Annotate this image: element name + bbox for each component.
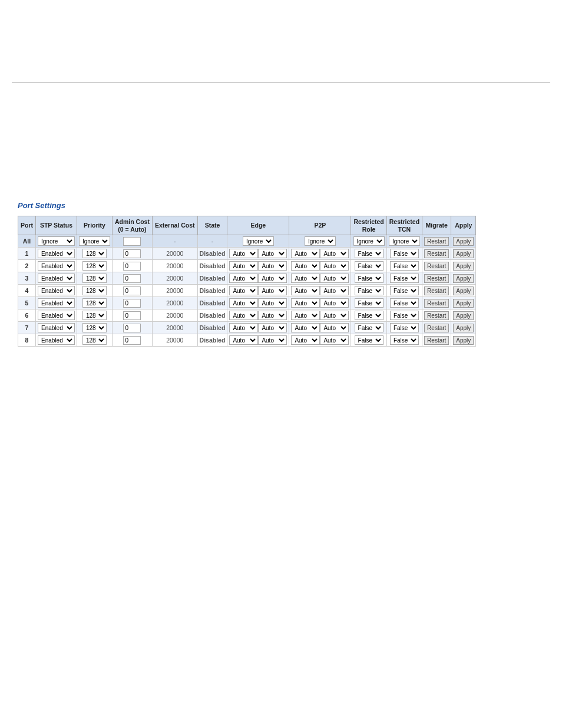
priority-cell[interactable]: 128643216 bbox=[77, 260, 113, 272]
p2p-select-left[interactable]: AutoTrueFalse bbox=[291, 274, 320, 283]
edge-select-right[interactable]: AutoTrueFalse bbox=[258, 274, 287, 283]
priority-cell[interactable]: 128643216 bbox=[77, 297, 113, 309]
restart-button[interactable]: Restart bbox=[424, 324, 449, 332]
restricted-role-cell[interactable]: FalseTrue bbox=[351, 297, 386, 309]
restricted-role-cell[interactable]: FalseTrue bbox=[351, 285, 386, 297]
edge-select-right[interactable]: AutoTrueFalse bbox=[258, 298, 287, 308]
edge-select-left[interactable]: AutoTrueFalse bbox=[229, 323, 258, 332]
admin-cost-input[interactable] bbox=[123, 249, 141, 258]
stp-status-select[interactable]: EnabledDisabled bbox=[38, 298, 75, 308]
restricted-tcn-cell[interactable]: FalseTrue bbox=[386, 272, 422, 285]
all-restricted-role-select[interactable]: Ignore False True bbox=[353, 236, 385, 246]
all-stp-status[interactable]: Ignore Enabled Disabled bbox=[36, 235, 77, 248]
restricted-tcn-cell[interactable]: FalseTrue bbox=[386, 285, 422, 297]
edge-select-right[interactable]: AutoTrueFalse bbox=[258, 311, 287, 320]
restricted-role-cell[interactable]: FalseTrue bbox=[351, 309, 386, 322]
all-restart-button[interactable]: Restart bbox=[424, 237, 449, 246]
admin-cost-input[interactable] bbox=[123, 324, 141, 332]
restricted-role-cell[interactable]: FalseTrue bbox=[351, 260, 386, 272]
edge-select-right[interactable]: AutoTrueFalse bbox=[258, 286, 287, 295]
stp-status-cell[interactable]: EnabledDisabled bbox=[36, 309, 77, 322]
p2p-cell[interactable]: AutoTrueFalseAutoTrueFalse bbox=[289, 260, 351, 272]
edge-select-left[interactable]: AutoTrueFalse bbox=[229, 249, 258, 258]
edge-cell[interactable]: AutoTrueFalseAutoTrueFalse bbox=[227, 285, 289, 297]
all-admin-cost-input[interactable] bbox=[123, 237, 141, 246]
restricted-role-cell[interactable]: FalseTrue bbox=[351, 334, 386, 347]
restart-btn-cell[interactable]: Restart bbox=[422, 309, 451, 322]
restricted-tcn-cell[interactable]: FalseTrue bbox=[386, 309, 422, 322]
apply-button[interactable]: Apply bbox=[453, 286, 474, 295]
edge-select-left[interactable]: AutoTrueFalse bbox=[229, 286, 258, 295]
restart-button[interactable]: Restart bbox=[424, 299, 449, 308]
edge-select-left[interactable]: AutoTrueFalse bbox=[229, 335, 258, 345]
apply-button[interactable]: Apply bbox=[453, 249, 474, 258]
restricted-tcn-cell[interactable]: FalseTrue bbox=[386, 260, 422, 272]
restricted-tcn-cell[interactable]: FalseTrue bbox=[386, 334, 422, 347]
p2p-cell[interactable]: AutoTrueFalseAutoTrueFalse bbox=[289, 309, 351, 322]
p2p-cell[interactable]: AutoTrueFalseAutoTrueFalse bbox=[289, 248, 351, 260]
all-stp-status-select[interactable]: Ignore Enabled Disabled bbox=[38, 236, 75, 246]
p2p-select-right[interactable]: AutoTrueFalse bbox=[320, 335, 349, 345]
all-restricted-tcn[interactable]: Ignore False True bbox=[386, 235, 422, 248]
admin-cost-cell[interactable] bbox=[113, 309, 153, 322]
admin-cost-cell[interactable] bbox=[113, 334, 153, 347]
priority-cell[interactable]: 128643216 bbox=[77, 272, 113, 285]
restricted-tcn-select[interactable]: FalseTrue bbox=[390, 249, 419, 258]
restricted-role-select[interactable]: FalseTrue bbox=[355, 249, 384, 258]
stp-status-cell[interactable]: EnabledDisabled bbox=[36, 260, 77, 272]
apply-button[interactable]: Apply bbox=[453, 299, 474, 308]
stp-status-cell[interactable]: EnabledDisabled bbox=[36, 272, 77, 285]
all-edge[interactable]: Ignore Auto bbox=[227, 235, 289, 248]
stp-status-cell[interactable]: EnabledDisabled bbox=[36, 322, 77, 334]
restricted-role-cell[interactable]: FalseTrue bbox=[351, 272, 386, 285]
p2p-select-right[interactable]: AutoTrueFalse bbox=[320, 323, 349, 332]
p2p-cell[interactable]: AutoTrueFalseAutoTrueFalse bbox=[289, 297, 351, 309]
admin-cost-input[interactable] bbox=[123, 336, 141, 345]
all-priority[interactable]: Ignore 128 bbox=[77, 235, 113, 248]
restricted-role-select[interactable]: FalseTrue bbox=[355, 261, 384, 271]
admin-cost-cell[interactable] bbox=[113, 260, 153, 272]
restart-button[interactable]: Restart bbox=[424, 336, 449, 345]
p2p-select-left[interactable]: AutoTrueFalse bbox=[291, 323, 320, 332]
admin-cost-input[interactable] bbox=[123, 311, 141, 320]
edge-cell[interactable]: AutoTrueFalseAutoTrueFalse bbox=[227, 272, 289, 285]
apply-btn-cell[interactable]: Apply bbox=[451, 297, 476, 309]
admin-cost-input[interactable] bbox=[123, 274, 141, 283]
priority-cell[interactable]: 128643216 bbox=[77, 248, 113, 260]
priority-cell[interactable]: 128643216 bbox=[77, 334, 113, 347]
apply-btn-cell[interactable]: Apply bbox=[451, 272, 476, 285]
restricted-role-cell[interactable]: FalseTrue bbox=[351, 248, 386, 260]
all-restart-btn-cell[interactable]: Restart bbox=[422, 235, 451, 248]
all-p2p-select[interactable]: Ignore Auto bbox=[305, 236, 336, 246]
restart-btn-cell[interactable]: Restart bbox=[422, 285, 451, 297]
priority-select[interactable]: 128643216 bbox=[82, 311, 107, 320]
restart-btn-cell[interactable]: Restart bbox=[422, 297, 451, 309]
priority-cell[interactable]: 128643216 bbox=[77, 309, 113, 322]
admin-cost-cell[interactable] bbox=[113, 285, 153, 297]
stp-status-select[interactable]: EnabledDisabled bbox=[38, 311, 75, 320]
all-edge-select[interactable]: Ignore Auto bbox=[243, 236, 274, 246]
all-priority-select[interactable]: Ignore 128 bbox=[79, 236, 110, 246]
restart-btn-cell[interactable]: Restart bbox=[422, 322, 451, 334]
all-restricted-tcn-select[interactable]: Ignore False True bbox=[389, 236, 420, 246]
restricted-tcn-select[interactable]: FalseTrue bbox=[390, 274, 419, 283]
p2p-cell[interactable]: AutoTrueFalseAutoTrueFalse bbox=[289, 285, 351, 297]
restricted-role-select[interactable]: FalseTrue bbox=[355, 335, 384, 345]
apply-btn-cell[interactable]: Apply bbox=[451, 334, 476, 347]
restart-btn-cell[interactable]: Restart bbox=[422, 334, 451, 347]
stp-status-cell[interactable]: EnabledDisabled bbox=[36, 248, 77, 260]
restricted-tcn-select[interactable]: FalseTrue bbox=[390, 311, 419, 320]
priority-select[interactable]: 128643216 bbox=[82, 249, 107, 258]
admin-cost-input[interactable] bbox=[123, 286, 141, 295]
restart-button[interactable]: Restart bbox=[424, 274, 449, 283]
all-apply-btn-cell[interactable]: Apply bbox=[451, 235, 476, 248]
restart-btn-cell[interactable]: Restart bbox=[422, 248, 451, 260]
stp-status-select[interactable]: EnabledDisabled bbox=[38, 286, 75, 295]
p2p-select-right[interactable]: AutoTrueFalse bbox=[320, 311, 349, 320]
restart-button[interactable]: Restart bbox=[424, 286, 449, 295]
priority-cell[interactable]: 128643216 bbox=[77, 285, 113, 297]
priority-cell[interactable]: 128643216 bbox=[77, 322, 113, 334]
restart-button[interactable]: Restart bbox=[424, 311, 449, 320]
all-admin-cost[interactable] bbox=[113, 235, 153, 248]
restart-button[interactable]: Restart bbox=[424, 262, 449, 271]
